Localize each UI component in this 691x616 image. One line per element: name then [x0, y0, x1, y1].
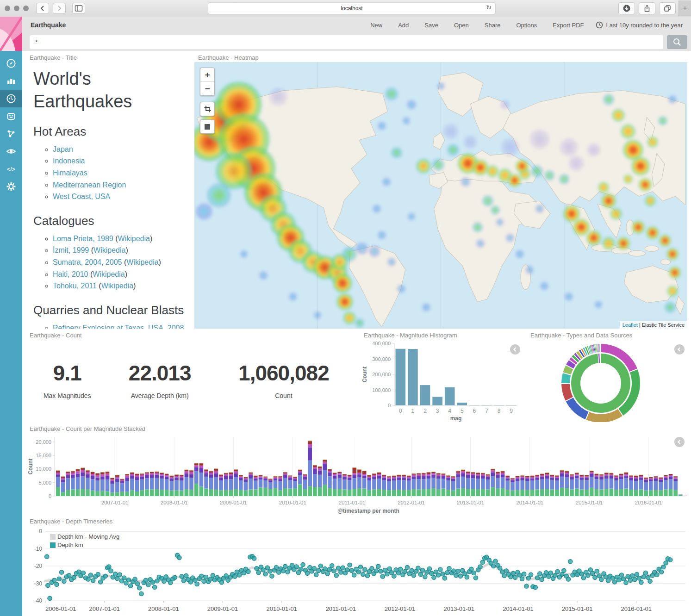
heat-blob [447, 144, 459, 156]
sidebar-item-discover[interactable] [0, 55, 22, 72]
back-button[interactable] [36, 3, 49, 14]
heat-blob [216, 81, 262, 128]
zoom-out-button[interactable]: − [200, 81, 214, 95]
zoom-window-button[interactable] [23, 6, 29, 11]
svg-text:2: 2 [423, 408, 427, 414]
fit-bounds-button[interactable] [200, 120, 214, 133]
heat-blob [327, 262, 348, 283]
sidebar-item-management[interactable] [0, 178, 22, 195]
zoom-in-button[interactable]: + [200, 68, 214, 81]
markdown-link[interactable]: Indonesia [53, 157, 85, 165]
svg-text:2012-01-01: 2012-01-01 [385, 605, 416, 612]
downloads-button[interactable] [618, 2, 635, 14]
markdown-link[interactable]: Haiti, 2010 [53, 270, 88, 278]
sidebar-item-monitoring[interactable] [0, 143, 22, 160]
sidebar-item-dashboard[interactable] [0, 90, 22, 107]
markdown-link[interactable]: Tohoku, 2011 [53, 282, 97, 290]
address-bar[interactable]: localhost ↻ [208, 2, 496, 14]
panel-collapse-button[interactable] [674, 437, 685, 447]
magnitude-histogram-chart[interactable]: 0100,000200,000300,000400,0000123456789C… [360, 341, 523, 423]
markdown-link[interactable]: Himalayas [53, 169, 87, 177]
markdown-source-link[interactable]: Wikipedia [126, 258, 158, 266]
share-button-browser[interactable] [639, 2, 655, 14]
markdown-source-link[interactable]: Wikipedia [93, 270, 125, 278]
list-item: Mediterranean Region [53, 179, 186, 191]
heat-blob [408, 213, 415, 220]
markdown-link[interactable]: Loma Prieta, 1989 [53, 235, 113, 243]
search-button[interactable] [667, 35, 687, 49]
sidebar-toggle-button[interactable] [72, 3, 85, 14]
markdown-link[interactable]: Mediterranean Region [53, 181, 126, 189]
dev-tools-code-icon: </> [5, 163, 17, 174]
sidebar-item-dev-tools[interactable]: </> [0, 160, 22, 178]
menu-item[interactable]: Export PDF [553, 22, 584, 29]
depth-timeseries-chart[interactable]: 0-10-20-30-402006-01-012007-01-012008-01… [26, 527, 687, 616]
count-stacked-chart[interactable]: 2007-01-012008-01-012009-01-012010-01-01… [26, 434, 687, 516]
markdown-source-link[interactable]: Wikipedia [101, 282, 133, 290]
heatmap-layer [194, 62, 687, 329]
heat-blob [476, 239, 485, 248]
menu-item[interactable]: Options [516, 22, 537, 29]
svg-text:0: 0 [49, 493, 51, 499]
menu-item[interactable]: Add [398, 22, 409, 29]
kibana-menu: NewAddSaveOpenShareOptionsExport PDF [370, 22, 584, 29]
tab-overview-button[interactable] [659, 2, 676, 14]
chevron-left-icon [677, 347, 682, 352]
svg-text:2008-01-01: 2008-01-01 [148, 605, 179, 612]
heat-blob [482, 195, 493, 206]
panel-collapse-button[interactable] [510, 344, 520, 355]
heat-blob [288, 239, 312, 263]
new-tab-button[interactable]: + [679, 0, 691, 16]
section-title-quarries: Quarries and Nuclear Blasts [33, 303, 186, 317]
svg-text:2009-01-01: 2009-01-01 [220, 500, 247, 505]
markdown-link[interactable]: Sumatra, 2004, 2005 [53, 258, 122, 266]
svg-text:2013-01-01: 2013-01-01 [444, 605, 475, 612]
heat-blob [378, 231, 386, 239]
heat-blob [259, 271, 268, 280]
leaflet-link[interactable]: Leaflet [623, 322, 638, 328]
svg-text:8: 8 [498, 408, 501, 414]
svg-text:0: 0 [39, 528, 42, 535]
heat-blob [667, 286, 678, 297]
panel-collapse-button[interactable] [674, 344, 685, 355]
markdown-source-link[interactable]: Wikipedia [93, 246, 125, 254]
svg-text:5,000: 5,000 [38, 480, 51, 485]
share-icon [643, 4, 651, 12]
reload-icon[interactable]: ↻ [486, 4, 492, 11]
list-item: West Coast, USA [53, 191, 186, 203]
sidebar-item-graph[interactable] [0, 125, 22, 143]
clock-icon [596, 21, 603, 29]
world-map[interactable]: + − Leaflet | Elastic Tile Service [194, 62, 687, 329]
close-window-button[interactable] [5, 6, 10, 11]
menu-item[interactable]: New [370, 22, 382, 29]
markdown-source-link[interactable]: Wikipedia [118, 235, 150, 243]
heat-blob [397, 285, 405, 293]
sidebar-item-visualize[interactable] [0, 72, 22, 90]
markdown-link[interactable]: Japan [53, 145, 73, 153]
crop-select-button[interactable] [200, 102, 214, 116]
kibana-logo[interactable] [0, 17, 22, 51]
minimize-window-button[interactable] [14, 6, 19, 11]
menu-item[interactable]: Share [485, 22, 501, 29]
visualize-bar-chart-icon [6, 75, 17, 87]
sidebar-item-timelion[interactable] [0, 107, 22, 125]
square-icon [205, 124, 210, 130]
crop-icon [204, 105, 212, 113]
timepicker-button[interactable]: Last 10y rounded to the year [596, 21, 683, 29]
metric-label: Max Magnitudes [26, 392, 109, 399]
heat-blob [506, 234, 514, 242]
heat-blob [269, 87, 287, 106]
types-donut-chart[interactable] [527, 341, 687, 423]
panel-title: Earthquake - Count per Magnitude Stacked [26, 422, 687, 434]
menu-item[interactable]: Save [424, 22, 438, 29]
heat-blob [231, 146, 276, 191]
markdown-link[interactable]: İzmit, 1999 [53, 246, 89, 254]
section-title-catalogues: Catalogues [33, 214, 186, 228]
heat-blob [645, 195, 656, 206]
forward-button[interactable] [53, 3, 66, 14]
menu-item[interactable]: Open [454, 22, 469, 29]
markdown-link[interactable]: West Coast, USA [53, 193, 110, 200]
catalogues-list: Loma Prieta, 1989 (Wikipedia)İzmit, 1999… [33, 233, 186, 292]
search-input[interactable] [30, 35, 663, 49]
heat-blob [540, 282, 548, 290]
